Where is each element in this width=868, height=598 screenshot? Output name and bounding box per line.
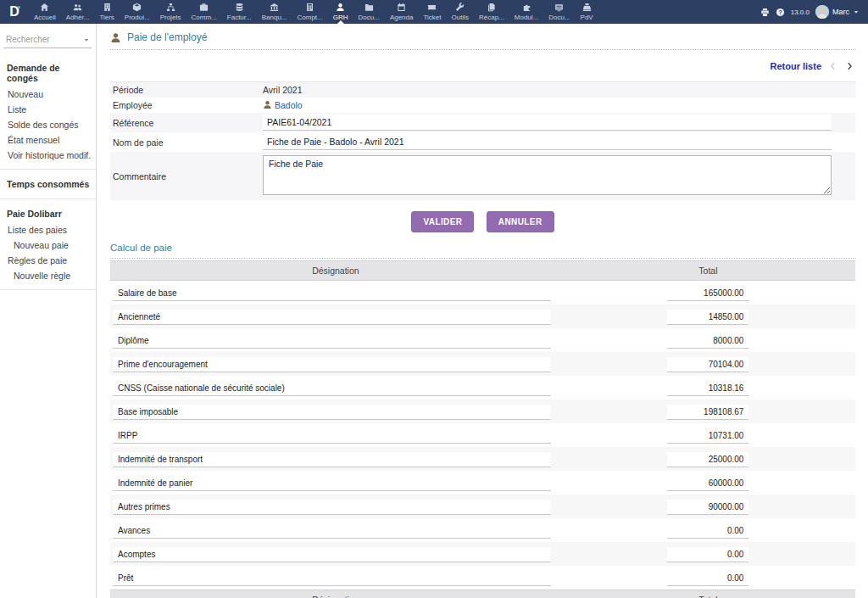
designation-input[interactable] (113, 523, 551, 539)
total-input[interactable] (667, 476, 748, 491)
table-footer-row: Désignation Total (110, 590, 855, 598)
chevron-down-icon (853, 8, 860, 15)
designation-input[interactable] (113, 571, 551, 586)
comment-textarea[interactable]: Fiche de Paie (263, 155, 832, 195)
form-row-reference: Référence (110, 113, 855, 132)
sidebar-entry (0, 289, 96, 290)
total-input[interactable] (667, 405, 748, 420)
designation-input[interactable] (113, 381, 551, 396)
designation-input[interactable] (113, 333, 551, 349)
nav-item-bank[interactable]: Banqu... (257, 0, 292, 24)
logo-dot (18, 6, 20, 8)
payroll-name-input[interactable] (263, 134, 832, 150)
total-input[interactable] (667, 310, 748, 325)
help-icon[interactable] (776, 8, 785, 17)
designation-input[interactable] (113, 357, 551, 372)
projects-icon (166, 3, 175, 12)
nav-item-accounting[interactable]: Compt... (292, 0, 328, 24)
nav-item-recap[interactable]: Récap... (474, 0, 509, 24)
next-page-button[interactable] (845, 59, 854, 74)
nav-item-modules[interactable]: Modul... (509, 0, 543, 24)
username-label: Marc (832, 8, 849, 16)
dolibarr-logo[interactable]: D (0, 0, 29, 24)
commerce-icon (199, 3, 209, 12)
sidebar-entry[interactable]: Voir historique modif. (0, 148, 96, 163)
sidebar-entry[interactable]: Nouveau paie (0, 238, 96, 253)
products-icon (132, 3, 142, 12)
sidebar-entry[interactable]: Demande de congés (0, 59, 96, 87)
nav-item-tools[interactable]: Outils (447, 0, 474, 24)
sidebar-entry[interactable]: Temps consommés (0, 176, 96, 193)
nav-item-agenda[interactable]: Agenda (385, 0, 419, 24)
designation-input[interactable] (113, 547, 551, 562)
form-row-comment: Commentaire Fiche de Paie (110, 152, 855, 200)
payroll-name-label: Nom de paie (110, 132, 259, 152)
total-input[interactable] (667, 452, 748, 467)
nav-item-documents[interactable]: Docu... (353, 0, 385, 24)
nav-menu: Accueil Adhér... Tiers Produi... Projets (29, 0, 598, 24)
validate-button[interactable]: VALIDER (411, 211, 474, 232)
main-content: Paie de l'employé Retour liste Période A… (97, 24, 868, 598)
designation-input[interactable] (113, 428, 551, 444)
sidebar-entry[interactable]: Nouvelle règle (0, 268, 96, 283)
total-input[interactable] (667, 381, 748, 396)
accounting-icon (305, 3, 314, 12)
total-input[interactable] (667, 333, 748, 349)
total-input[interactable] (667, 523, 748, 539)
payroll-row (110, 447, 855, 471)
employee-icon (110, 32, 121, 43)
payroll-row (110, 566, 855, 590)
prev-page-button[interactable] (829, 59, 837, 74)
total-input[interactable] (667, 500, 748, 515)
total-input[interactable] (667, 357, 748, 372)
sidebar-search-select[interactable]: Rechercher (3, 31, 92, 48)
comment-label: Commentaire (110, 152, 259, 200)
nav-item-ticket[interactable]: Ticket (418, 0, 446, 24)
designation-input[interactable] (113, 310, 551, 325)
payroll-row (110, 471, 855, 495)
total-input[interactable] (667, 547, 748, 562)
employee-link[interactable]: Badolo (275, 100, 303, 110)
cancel-button[interactable]: ANNULER (487, 211, 554, 232)
nav-item-members[interactable]: Adhér... (61, 0, 95, 24)
sidebar-entry (0, 198, 96, 199)
sidebar-entry[interactable]: Liste des paies (0, 222, 96, 238)
nav-item-billing[interactable]: Factur... (222, 0, 257, 24)
payroll-row (110, 281, 855, 305)
nav-item-home[interactable]: Accueil (29, 0, 61, 24)
sidebar-entry[interactable]: État mensuel (0, 132, 96, 148)
nav-item-thirdparties[interactable]: Tiers (94, 0, 119, 24)
billing-icon (235, 3, 244, 12)
total-input[interactable] (667, 286, 748, 301)
sidebar-entry[interactable]: Règles de paie (0, 253, 96, 268)
total-header: Total (561, 261, 855, 281)
nav-item-hrm[interactable]: GRH (328, 0, 353, 24)
sidebar-entry[interactable]: Solde des congés (0, 117, 96, 132)
page-title: Paie de l'employé (127, 31, 207, 43)
sidebar-entry[interactable]: Nouveau (0, 87, 96, 102)
nav-item-ged[interactable]: Docu... (543, 0, 575, 24)
sidebar-entry[interactable]: Liste (0, 102, 96, 117)
form-row-employee: Employée Badolo (110, 98, 855, 113)
agenda-icon (397, 3, 406, 12)
user-menu[interactable]: Marc (815, 5, 860, 19)
nav-item-products[interactable]: Produi... (120, 0, 155, 24)
nav-item-commerce[interactable]: Comm... (186, 0, 222, 24)
designation-input[interactable] (113, 452, 551, 467)
nav-item-pos[interactable]: PdV (576, 0, 598, 24)
calcul-section-title: Calcul de paie (110, 241, 855, 259)
total-input[interactable] (667, 428, 748, 444)
printer-icon[interactable] (760, 8, 770, 17)
hrm-icon (336, 3, 345, 12)
designation-input[interactable] (113, 500, 551, 515)
designation-input[interactable] (113, 286, 551, 301)
payroll-row (110, 305, 855, 328)
reference-input[interactable] (263, 115, 832, 131)
sidebar-entry[interactable]: Paie Dolibarr (0, 205, 96, 222)
designation-input[interactable] (113, 405, 551, 420)
total-input[interactable] (667, 571, 748, 586)
back-to-list-link[interactable]: Retour liste (770, 61, 821, 71)
designation-input[interactable] (113, 476, 551, 491)
caret-down-icon (83, 36, 90, 43)
nav-item-projects[interactable]: Projets (155, 0, 186, 24)
